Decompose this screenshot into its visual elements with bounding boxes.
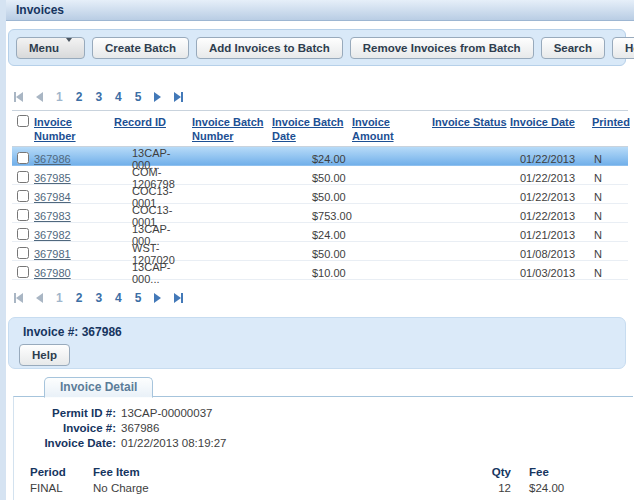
printed-cell: N xyxy=(592,248,628,260)
toolbar: Menu Create Batch Add Invoices to Batch … xyxy=(8,29,626,66)
create-batch-button[interactable]: Create Batch xyxy=(92,37,189,59)
invoice-number-link[interactable]: 367980 xyxy=(34,267,71,279)
row-select-checkbox[interactable] xyxy=(17,247,29,259)
pagination-next-button[interactable] xyxy=(154,293,161,303)
col-header-invoice-amount[interactable]: Invoice Amount xyxy=(352,115,432,143)
invoice-number-link[interactable]: 367986 xyxy=(34,153,71,165)
invoice-number-link[interactable]: 367984 xyxy=(34,191,71,203)
detail-field-row: Invoice #: 367986 xyxy=(14,421,633,436)
table-row[interactable]: 367982 13CAP-000... $24.00 01/21/2013 N xyxy=(12,223,628,242)
invoice-amount-cell: $50.00 xyxy=(312,248,432,260)
page-link-1[interactable]: 1 xyxy=(56,291,63,305)
invoice-amount-cell: $753.00 xyxy=(312,210,432,222)
row-select-checkbox[interactable] xyxy=(17,152,29,164)
last-page-icon xyxy=(174,293,181,303)
fee-col-fee: Fee xyxy=(511,464,621,480)
permit-id-label: Permit ID #: xyxy=(14,406,116,421)
invoice-number-link[interactable]: 367981 xyxy=(34,248,71,260)
pagination-first-button[interactable] xyxy=(14,293,23,303)
col-header-printed[interactable]: Printed xyxy=(592,115,628,129)
page-link-2[interactable]: 2 xyxy=(76,90,83,104)
page-link-5[interactable]: 5 xyxy=(135,291,142,305)
row-select-checkbox[interactable] xyxy=(17,209,29,221)
search-button[interactable]: Search xyxy=(541,37,605,59)
fee-table-row: FINAL No Charge 12 $24.00 xyxy=(30,480,633,496)
next-page-icon xyxy=(154,293,161,303)
col-header-invoice-number[interactable]: Invoice Number xyxy=(34,115,114,143)
last-page-icon xyxy=(174,92,181,102)
invoice-number-label: Invoice #: xyxy=(14,421,116,436)
row-select-checkbox[interactable] xyxy=(17,266,29,278)
fee-col-qty: Qty xyxy=(427,464,511,480)
fee-qty-value: 12 xyxy=(427,480,511,496)
invoice-detail-panel: Permit ID #: 13CAP-00000037 Invoice #: 3… xyxy=(13,396,633,500)
page-title: Invoices xyxy=(16,3,64,17)
page-link-5[interactable]: 5 xyxy=(135,90,142,104)
page-link-2[interactable]: 2 xyxy=(76,291,83,305)
page-link-3[interactable]: 3 xyxy=(95,291,102,305)
col-header-record-id[interactable]: Record ID xyxy=(114,115,192,129)
fee-amount-value: $24.00 xyxy=(511,480,621,496)
col-header-invoice-batch-date[interactable]: Invoice Batch Date xyxy=(272,115,352,143)
pagination-first-button[interactable] xyxy=(14,92,23,102)
invoice-table-header-row: Invoice Number Record ID Invoice Batch N… xyxy=(12,110,628,147)
invoice-number-link[interactable]: 367982 xyxy=(34,229,71,241)
page-link-3[interactable]: 3 xyxy=(95,90,102,104)
fee-col-fee-item: Fee Item xyxy=(93,464,427,480)
col-header-invoice-batch-number[interactable]: Invoice Batch Number xyxy=(192,115,272,143)
table-row[interactable]: 367984 COC13-0001 $50.00 01/22/2013 N xyxy=(12,185,628,204)
table-row[interactable]: 367981 WST-1207020 $50.00 01/08/2013 N xyxy=(12,242,628,261)
printed-cell: N xyxy=(592,172,628,184)
row-select-checkbox[interactable] xyxy=(17,228,29,240)
prev-page-icon xyxy=(36,92,43,102)
invoice-number-value: 367986 xyxy=(121,421,159,436)
pagination-last-button[interactable] xyxy=(174,293,183,303)
invoice-detail-header-panel: Invoice #: 367986 Help xyxy=(8,317,626,369)
add-invoices-to-batch-button[interactable]: Add Invoices to Batch xyxy=(196,37,343,59)
content-area: Invoices Menu Create Batch Add Invoices … xyxy=(6,0,634,500)
prev-page-icon xyxy=(36,293,43,303)
table-row[interactable]: 367983 COC13-0001 $753.00 01/22/2013 N xyxy=(12,204,628,223)
record-id-cell: 13CAP-000... xyxy=(114,261,192,285)
invoice-list-table: Invoice Number Record ID Invoice Batch N… xyxy=(12,110,628,280)
select-all-checkbox[interactable] xyxy=(17,115,29,127)
tab-invoice-detail[interactable]: Invoice Detail xyxy=(44,377,153,398)
page-link-1[interactable]: 1 xyxy=(56,90,63,104)
fee-item-value: No Charge xyxy=(93,480,427,496)
col-header-invoice-status[interactable]: Invoice Status xyxy=(432,115,510,129)
window-title-bar: Invoices xyxy=(6,0,634,21)
selected-invoice-title: Invoice #: 367986 xyxy=(23,325,625,339)
fee-table-header-row: Period Fee Item Qty Fee xyxy=(30,464,633,480)
menu-button[interactable]: Menu xyxy=(16,37,85,59)
invoice-date-cell: 01/22/2013 xyxy=(510,191,592,203)
fee-col-period: Period xyxy=(30,464,93,480)
row-select-checkbox[interactable] xyxy=(17,190,29,202)
remove-invoices-from-batch-button[interactable]: Remove Invoices from Batch xyxy=(350,37,534,59)
invoice-date-value: 01/22/2013 08:19:27 xyxy=(121,436,227,451)
page-link-4[interactable]: 4 xyxy=(115,291,122,305)
help-button[interactable]: Help xyxy=(612,37,634,59)
invoice-number-link[interactable]: 367985 xyxy=(34,172,71,184)
detail-help-button[interactable]: Help xyxy=(19,344,70,366)
invoice-amount-cell: $50.00 xyxy=(312,191,432,203)
row-select-checkbox[interactable] xyxy=(17,171,29,183)
printed-cell: N xyxy=(592,153,628,165)
invoice-number-link[interactable]: 367983 xyxy=(34,210,71,222)
pagination-next-button[interactable] xyxy=(154,92,161,102)
pagination-top: 1 2 3 4 5 xyxy=(14,90,183,104)
col-header-invoice-date[interactable]: Invoice Date xyxy=(510,115,592,129)
invoice-date-cell: 01/22/2013 xyxy=(510,153,592,165)
fee-period-value: FINAL xyxy=(30,480,93,496)
table-row[interactable]: 367986 13CAP-000... $24.00 01/22/2013 N xyxy=(12,147,628,166)
pagination-prev-button[interactable] xyxy=(36,293,43,303)
pagination-last-button[interactable] xyxy=(174,92,183,102)
pagination-prev-button[interactable] xyxy=(36,92,43,102)
page-link-4[interactable]: 4 xyxy=(115,90,122,104)
invoice-amount-cell: $24.00 xyxy=(312,153,432,165)
invoice-date-cell: 01/03/2013 xyxy=(510,267,592,279)
invoice-date-cell: 01/22/2013 xyxy=(510,172,592,184)
printed-cell: N xyxy=(592,267,628,279)
detail-field-row: Invoice Date: 01/22/2013 08:19:27 xyxy=(14,436,633,451)
table-row[interactable]: 367985 COM-1206798 $50.00 01/22/2013 N xyxy=(12,166,628,185)
table-row[interactable]: 367980 13CAP-000... $10.00 01/03/2013 N xyxy=(12,261,628,280)
